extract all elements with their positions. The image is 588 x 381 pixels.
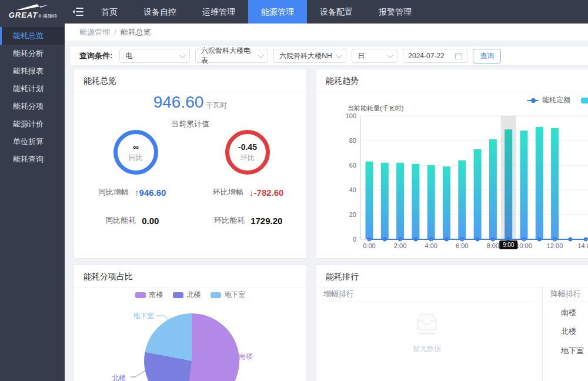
total-value: 946.60: [153, 93, 204, 111]
y-tick: 40: [349, 186, 356, 193]
sidebar-item-energy-plan[interactable]: 能耗计划: [0, 80, 65, 98]
trend-bar[interactable]: [443, 166, 450, 239]
decrease-ranking-header: 降幅排行: [550, 289, 581, 299]
x-tick: 12:00: [547, 242, 563, 249]
rank-item-south[interactable]: 南楼: [561, 308, 576, 318]
meter-value: 六院骨科大楼电表: [201, 46, 254, 66]
divider: [542, 286, 543, 381]
period-value: 日: [358, 51, 365, 61]
sidebar-item-energy-report[interactable]: 能耗报表: [0, 62, 65, 80]
brand-logo: GREAT®格瑞特: [0, 0, 66, 24]
line-dot[interactable]: [537, 238, 542, 242]
mom-ratio-label: 环比: [240, 153, 255, 163]
trend-bar[interactable]: [412, 164, 419, 239]
breadcrumb-parent[interactable]: 能源管理: [79, 27, 110, 38]
logo-chinese-text: 格瑞特: [43, 13, 57, 19]
top-navbar: GREAT®格瑞特 首页 设备自控 运维管理 能源管理 设备配置 报警管理: [0, 0, 588, 24]
bar-marker-icon: [581, 98, 588, 103]
search-button[interactable]: 查询: [473, 49, 501, 63]
svg-text:9:00: 9:00: [503, 242, 514, 248]
chevron-down-icon: [387, 52, 393, 58]
period-select[interactable]: 日: [352, 49, 397, 63]
trend-bar[interactable]: [489, 139, 497, 239]
line-dot[interactable]: [445, 238, 449, 242]
nav-item-energy-management[interactable]: 能源管理: [248, 0, 307, 24]
total-consumption: 946.60千瓦时: [74, 93, 306, 112]
y-axis-label: 当前能耗量(千瓦时): [348, 105, 403, 112]
left-sidebar: 能耗总览 能耗分析 能耗报表 能耗计划 能耗分项 能源计价 单位折算 能耗查询: [0, 24, 65, 381]
sidebar-item-unit-conversion[interactable]: 单位折算: [0, 133, 65, 151]
sidebar-item-energy-subentry[interactable]: 能耗分项: [0, 98, 65, 115]
date-picker[interactable]: 2024-07-22: [403, 49, 467, 63]
building-select[interactable]: 六院骨科大楼NH: [273, 49, 346, 63]
sidebar-item-energy-pricing[interactable]: 能源计价: [0, 115, 65, 133]
mom-energy-value: 1729.20: [250, 216, 282, 226]
line-dot[interactable]: [383, 238, 387, 242]
total-unit: 千瓦时: [206, 101, 227, 109]
y-tick: 60: [349, 162, 356, 169]
trend-bar[interactable]: [381, 163, 389, 239]
menu-fold-icon[interactable]: [68, 0, 88, 24]
yoy-energy-label: 同比能耗: [105, 215, 136, 226]
yoy-ratio-label: 同比: [129, 153, 143, 163]
panel-title: 能耗趋势: [316, 69, 588, 92]
trend-bar[interactable]: [474, 149, 482, 239]
trend-bar[interactable]: [536, 127, 543, 239]
chevron-down-icon: [179, 52, 186, 58]
energy-type-select[interactable]: 电: [119, 49, 190, 63]
total-caption: 当前累计值: [74, 119, 306, 129]
pie-label-basement: 地下室: [133, 311, 154, 321]
date-value: 2024-07-22: [408, 52, 444, 60]
yoy-ratio-value: ∞: [133, 142, 139, 152]
divider: [547, 302, 588, 302]
nav-item-ops-management[interactable]: 运维管理: [189, 0, 248, 24]
nav-item-device-autocontrol[interactable]: 设备自控: [131, 0, 189, 24]
nav-item-device-config[interactable]: 设备配置: [307, 0, 366, 24]
rank-item-basement[interactable]: 地下室: [561, 346, 584, 356]
y-tick: 80: [349, 137, 356, 144]
line-dot[interactable]: [413, 238, 417, 242]
query-conditions-bar: 查询条件: 电 六院骨科大楼电表 六院骨科大楼NH 日 2024-07-22: [69, 46, 588, 66]
trend-bar[interactable]: [458, 161, 466, 239]
x-tick: 10:00: [516, 242, 532, 249]
sidebar-item-energy-query[interactable]: 能耗查询: [0, 151, 65, 168]
increase-ranking-header: 增幅排行: [323, 289, 354, 299]
yoy-energy-value: 0.00: [142, 216, 159, 226]
line-marker-icon: [527, 100, 539, 101]
empty-state: 暂无数据: [399, 311, 455, 354]
pie-label-south: 南楼: [239, 352, 253, 362]
mom-growth-value: ↓-782.60: [249, 188, 283, 198]
x-tick: 4:00: [425, 242, 437, 249]
trend-bar-chart[interactable]: 当前能耗量(千瓦时)0204060801000:002:004:006:008:…: [321, 103, 588, 255]
rank-item-north[interactable]: 北楼: [561, 326, 576, 337]
divider: [322, 302, 533, 302]
breadcrumb-current: 能耗总览: [121, 27, 151, 38]
panel-title: 能耗排行: [316, 265, 588, 288]
trend-bar[interactable]: [551, 128, 559, 239]
trend-bar[interactable]: [366, 162, 373, 239]
mom-growth-label: 环比增幅: [213, 187, 243, 198]
x-tick: 0:00: [363, 242, 375, 249]
sidebar-item-energy-overview[interactable]: 能耗总览: [0, 27, 65, 45]
mom-energy-label: 环比能耗: [214, 215, 245, 226]
trend-bar[interactable]: [427, 165, 435, 239]
panel-energy-trend: 能耗趋势 能耗定额 当前能耗 当前能耗量(千瓦时)0204060801000:0…: [316, 69, 588, 259]
hover-band: [501, 116, 516, 239]
calendar-icon: [455, 52, 462, 59]
trend-bar[interactable]: [520, 131, 528, 239]
panel-title: 能耗总览: [74, 69, 306, 92]
subentry-pie-chart[interactable]: [144, 313, 239, 381]
trend-bar[interactable]: [396, 163, 404, 239]
chevron-down-icon: [336, 52, 342, 58]
x-tick: 2:00: [394, 242, 406, 249]
logo-registered-mark: ®: [38, 14, 41, 18]
sidebar-item-energy-analysis[interactable]: 能耗分析: [0, 45, 65, 62]
line-dot[interactable]: [476, 238, 480, 242]
nav-item-home[interactable]: 首页: [88, 0, 131, 24]
y-tick: 20: [349, 211, 356, 218]
logo-swoosh-icon: [16, 4, 50, 11]
meter-select[interactable]: 六院骨科大楼电表: [195, 49, 268, 63]
nav-item-alarm-management[interactable]: 报警管理: [366, 0, 425, 24]
line-dot[interactable]: [568, 238, 572, 242]
yoy-ratio-circle: ∞ 同比: [113, 130, 158, 175]
